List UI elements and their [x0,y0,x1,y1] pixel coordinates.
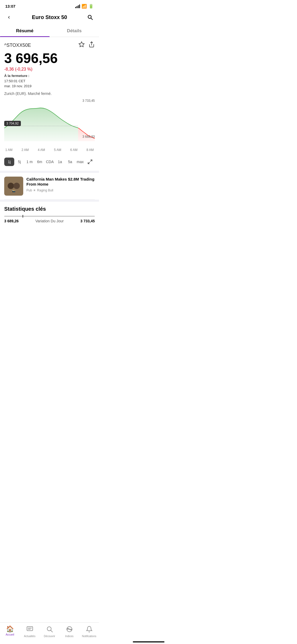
range-min: 3 689,26 [4,219,19,223]
stock-section: ^STOXX50E 3 696,56 -8,36 (-0,23 %) [0,37,99,171]
period-1a[interactable]: 1a [55,158,65,166]
svg-line-6 [91,160,92,161]
section-divider-2 [0,200,99,202]
svg-point-9 [8,183,14,189]
period-1j[interactable]: 1j [4,158,14,166]
tab-details[interactable]: Détails [50,25,99,37]
time-label-8am: 8 AM [87,148,94,152]
watchlist-button[interactable] [78,41,85,49]
news-section: 📸 California Man Makes $2.8M Trading Fro… [0,173,99,200]
signal-icon [75,4,80,8]
ticker-actions [78,41,95,49]
svg-text:📸: 📸 [12,189,16,193]
range-track [4,216,95,217]
range-label: Variation Du Jour [19,219,81,223]
chart-low-label: 3 688,83 [82,135,95,139]
market-note: Zurich (EUR). Marché fermé. [4,91,95,96]
range-fill [4,216,95,217]
svg-line-1 [91,18,92,20]
period-5j[interactable]: 5j [14,158,24,166]
sun-icon: ☀ [33,188,36,192]
stats-section: Statistiques clés 3 689,26 Variation Du … [0,202,99,223]
range-indicator [22,215,23,218]
stock-price: 3 696,56 [4,51,95,66]
tabs: Résumé Détails [0,25,99,37]
news-title: California Man Makes $2.8M Trading From … [26,177,95,187]
back-button[interactable]: ‹ [4,12,14,22]
dotted-reference-line [20,126,78,126]
stats-title: Statistiques clés [4,206,95,212]
wifi-icon: 📶 [82,4,87,9]
page-title: Euro Stoxx 50 [14,14,85,20]
period-selector: 1j 5j 1 m 6m CDA 1a 5a max [4,155,95,171]
search-button[interactable] [85,12,95,22]
chart-svg [4,99,95,141]
share-button[interactable] [88,41,95,49]
time-label-6am: 6 AM [70,148,77,152]
news-meta: Pub ☀ Raging Bull [26,188,95,192]
header: ‹ Euro Stoxx 50 [0,10,99,25]
battery-icon: 🔋 [88,4,94,9]
period-max[interactable]: max [75,158,85,166]
period-cda[interactable]: CDA [45,158,55,166]
news-card[interactable]: 📸 California Man Makes $2.8M Trading Fro… [4,173,95,200]
main-content: ^STOXX50E 3 696,56 -8,36 (-0,23 %) [0,37,99,252]
stats-content: Statistiques clés 3 689,26 Variation Du … [4,202,95,223]
time-label-2am: 2 AM [22,148,29,152]
status-icons: 📶 🔋 [75,4,94,9]
section-divider [0,171,99,173]
expand-chart-button[interactable] [85,157,95,167]
svg-marker-2 [79,42,84,47]
period-1m[interactable]: 1 m [25,158,35,166]
price-chart: 3 733,45 [4,99,95,146]
time-axis: 1 AM 2 AM 4 AM 5 AM 6 AM 8 AM [4,146,95,152]
chart-high-label: 3 733,45 [82,99,95,103]
news-thumbnail: 📸 [4,177,23,196]
period-5a[interactable]: 5a [65,158,75,166]
tab-resume[interactable]: Résumé [0,25,50,37]
time-label-5am: 5 AM [54,148,61,152]
time-label-4am: 4 AM [38,148,45,152]
range-max: 3 733,45 [81,219,95,223]
news-content: California Man Makes $2.8M Trading From … [26,177,95,192]
time-label-1am: 1 AM [5,148,12,152]
svg-point-10 [13,183,20,189]
chart-badge: 3 704,92 [4,121,21,126]
price-meta: À la fermeture : 17:50:01 CET mar. 19 no… [4,73,95,89]
range-bar: 3 689,26 Variation Du Jour 3 733,45 [4,216,95,223]
status-bar: 13:07 📶 🔋 [0,0,99,10]
svg-line-7 [88,162,90,164]
ticker-symbol: ^STOXX50E [4,43,31,48]
range-labels: 3 689,26 Variation Du Jour 3 733,45 [4,219,95,223]
price-change: -8,36 (-0,23 %) [4,67,95,72]
period-6m[interactable]: 6m [35,158,45,166]
status-time: 13:07 [5,4,15,8]
ticker-row: ^STOXX50E [4,41,95,49]
